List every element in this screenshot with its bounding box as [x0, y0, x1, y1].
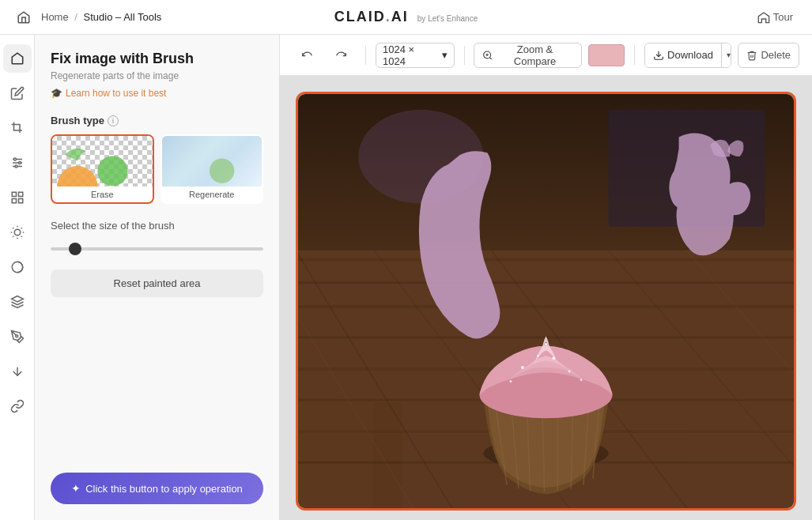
regen-thumb-overlay: [162, 136, 262, 187]
redo-button[interactable]: [327, 43, 356, 68]
brush-type-info-icon[interactable]: i: [108, 115, 119, 126]
canvas-image: [298, 94, 794, 508]
learn-link-text: Learn how to use it best: [66, 88, 166, 99]
brush-types-container: Erase Regenerate: [51, 134, 263, 204]
svg-rect-8: [12, 199, 16, 203]
reset-btn-label: Reset painted area: [114, 277, 201, 289]
svg-point-61: [510, 380, 512, 382]
erase-thumb-overlay: [52, 136, 153, 187]
canvas-frame[interactable]: [296, 92, 796, 511]
svg-point-3: [13, 158, 16, 160]
delete-button[interactable]: Delete: [738, 43, 799, 68]
reset-painted-area-button[interactable]: Reset painted area: [51, 269, 263, 297]
logo-text: CLAID.AI: [334, 9, 409, 24]
svg-rect-30: [298, 258, 794, 262]
tools-panel-footer: ✦ Click this button to apply operation: [51, 460, 263, 504]
svg-marker-20: [11, 296, 23, 303]
toolbar-sep-1: [365, 46, 366, 65]
undo-button[interactable]: [293, 43, 321, 68]
brush-type-text: Brush type: [51, 115, 104, 126]
svg-rect-6: [12, 192, 16, 196]
zoom-compare-label: Zoom & Compare: [497, 43, 574, 67]
dimension-chevron-icon: ▾: [442, 49, 448, 61]
breadcrumb-current: Studio – All Tools: [84, 11, 162, 23]
svg-line-17: [13, 236, 13, 237]
svg-point-57: [537, 355, 539, 357]
download-label: Download: [667, 49, 713, 61]
svg-point-60: [545, 343, 547, 345]
delete-label: Delete: [761, 49, 791, 61]
color-swatch[interactable]: [588, 44, 625, 66]
icon-sidebar: [0, 35, 35, 520]
download-dropdown-button[interactable]: ▾: [721, 43, 732, 67]
breadcrumb: Home / Studio – All Tools: [41, 11, 161, 23]
sidebar-item-link[interactable]: [3, 392, 32, 420]
svg-line-24: [490, 57, 492, 58]
dimension-select[interactable]: 1024 × 1024 ▾: [376, 43, 455, 68]
tool-subtitle: Regenerate parts of the image: [51, 70, 263, 81]
download-button-group: Download ▾: [644, 43, 731, 68]
tour-label: Tour: [773, 11, 793, 23]
sidebar-item-sliders[interactable]: [3, 149, 32, 177]
erase-thumb-bg: [52, 136, 153, 187]
svg-line-14: [21, 236, 21, 237]
regen-thumb-bg: [162, 136, 262, 187]
brush-type-regenerate[interactable]: Regenerate: [161, 134, 264, 204]
svg-line-18: [21, 228, 21, 228]
dimension-value: 1024 × 1024: [383, 43, 437, 67]
download-button[interactable]: Download: [645, 43, 721, 67]
tools-panel: Fix image with Brush Regenerate parts of…: [35, 35, 280, 520]
sidebar-item-circle[interactable]: [3, 253, 32, 281]
brush-type-erase-thumb: [52, 136, 153, 187]
header-right: Tour: [751, 8, 799, 27]
brush-type-regen-thumb: [162, 136, 262, 187]
sparkle-icon: ✦: [71, 482, 81, 495]
sidebar-item-crop[interactable]: [3, 114, 32, 142]
sidebar-item-sun[interactable]: [3, 218, 32, 247]
brush-size-slider[interactable]: [51, 247, 263, 251]
svg-point-56: [521, 366, 524, 369]
svg-point-59: [568, 370, 571, 372]
canvas-viewport[interactable]: [280, 76, 812, 520]
brush-type-label: Brush type i: [51, 115, 263, 126]
apply-operation-button[interactable]: ✦ Click this button to apply operation: [51, 473, 263, 504]
sidebar-item-home[interactable]: [3, 44, 32, 73]
brush-type-erase[interactable]: Erase: [51, 134, 154, 204]
svg-point-10: [14, 229, 21, 236]
sidebar-item-pen[interactable]: [3, 322, 32, 351]
breadcrumb-separator: /: [74, 11, 77, 23]
sidebar-item-edit[interactable]: [3, 79, 32, 107]
zoom-compare-button[interactable]: Zoom & Compare: [474, 43, 582, 68]
tour-button[interactable]: Tour: [751, 8, 799, 27]
svg-rect-9: [18, 199, 22, 203]
svg-rect-7: [18, 192, 22, 196]
tool-title: Fix image with Brush: [51, 51, 263, 67]
brush-size-section: Select the size of the brush: [51, 220, 263, 254]
svg-rect-32: [298, 305, 794, 308]
main-layout: Fix image with Brush Regenerate parts of…: [0, 35, 812, 520]
toolbar-sep-3: [634, 46, 635, 65]
header: Home / Studio – All Tools CLAID.AI by Le…: [0, 0, 812, 35]
toolbar-sep-2: [464, 46, 465, 65]
svg-point-4: [18, 162, 21, 164]
svg-point-58: [552, 356, 555, 360]
svg-point-5: [15, 165, 17, 168]
apply-btn-label: Click this button to apply operation: [85, 483, 243, 495]
svg-line-13: [13, 228, 13, 228]
canvas-area: 1024 × 1024 ▾ Zoom & Compare: [280, 35, 812, 520]
breadcrumb-home[interactable]: Home: [41, 11, 69, 23]
brush-size-label: Select the size of the brush: [51, 220, 263, 232]
svg-point-21: [15, 335, 17, 337]
learn-link-icon: 🎓: [51, 88, 62, 99]
svg-point-62: [580, 379, 583, 381]
learn-link[interactable]: 🎓 Learn how to use it best: [51, 88, 263, 99]
home-nav-icon[interactable]: [13, 6, 35, 28]
logo-sub: by Let's Enhance: [417, 14, 478, 23]
svg-rect-31: [298, 281, 794, 284]
sidebar-item-grid[interactable]: [3, 183, 32, 212]
canvas-toolbar: 1024 × 1024 ▾ Zoom & Compare: [280, 35, 812, 76]
sidebar-item-layers[interactable]: [3, 288, 32, 316]
sidebar-item-adjust[interactable]: [3, 357, 32, 386]
brush-type-regen-label: Regenerate: [162, 187, 262, 202]
app-logo: CLAID.AI by Let's Enhance: [334, 9, 478, 25]
